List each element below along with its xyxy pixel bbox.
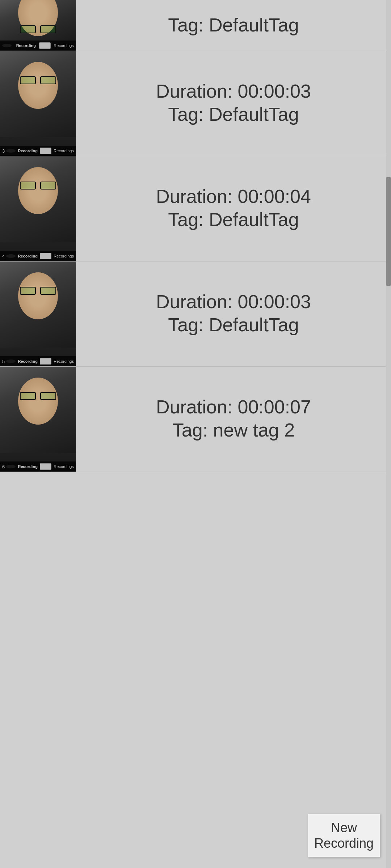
mustache-icon [6,465,16,468]
thumbnail[interactable]: 5 Recording Recordings [0,261,76,366]
play-button[interactable] [40,253,51,259]
play-button[interactable] [40,148,51,154]
duration-label: Duration: 00:00:07 [156,396,311,418]
thumbnail-bar: Recording Recordings [0,41,76,51]
list-item[interactable]: 4 Recording Recordings Duration: 00:00:0… [0,156,391,261]
thumbnail[interactable]: 4 Recording Recordings [0,156,76,261]
bar-number: 5 [2,359,5,364]
duration-label: Duration: 00:00:03 [156,80,311,102]
mustache-icon [6,149,16,153]
bar-number: 4 [2,254,5,259]
new-recording-button[interactable]: New Recording [308,814,380,857]
scrollbar-thumb[interactable] [386,177,391,286]
recording-info: Tag: DefaultTag [76,0,391,51]
recordings-list: Recording Recordings Tag: DefaultTag 3 [0,0,391,544]
recording-label: Recording [18,359,37,363]
thumbnail[interactable]: Recording Recordings [0,0,76,51]
thumbnail-bar: 5 Recording Recordings [0,356,76,366]
recording-label: Recording [18,149,37,153]
new-recording-label: New Recording [312,820,376,851]
scrollbar[interactable] [386,0,391,868]
duration-label: Duration: 00:00:04 [156,185,311,208]
recording-info: Duration: 00:00:03 Tag: DefaultTag [76,261,391,366]
thumbnail-bar: 3 Recording Recordings [0,146,76,156]
tag-label: Tag: DefaultTag [168,208,299,232]
recording-info: Duration: 00:00:07 Tag: new tag 2 [76,367,391,472]
recordings-label: Recordings [54,149,74,153]
list-item[interactable]: 6 Recording Recordings Duration: 00:00:0… [0,367,391,472]
bar-number: 6 [2,464,5,469]
bar-number: 3 [2,148,5,154]
recordings-label: Recordings [54,43,74,48]
tag-label: Tag: DefaultTag [168,313,299,337]
recordings-label: Recordings [54,464,74,469]
play-button[interactable] [39,42,51,49]
tag-label: Tag: new tag 2 [172,418,295,443]
tag-label: Tag: DefaultTag [168,13,299,38]
thumbnail-bar: 4 Recording Recordings [0,251,76,261]
recording-info: Duration: 00:00:03 Tag: DefaultTag [76,51,391,156]
recordings-label: Recordings [54,254,74,258]
mustache-icon [6,359,16,363]
mustache-icon [6,254,16,258]
list-item[interactable]: 3 Recording Recordings Duration: 00:00:0… [0,51,391,156]
thumbnail-bar: 6 Recording Recordings [0,461,76,472]
play-button[interactable] [40,358,51,365]
recordings-label: Recordings [54,359,74,363]
mustache-icon [2,44,12,47]
recording-label: Recording [16,43,36,48]
recording-info: Duration: 00:00:04 Tag: DefaultTag [76,156,391,261]
thumbnail[interactable]: 6 Recording Recordings [0,367,76,472]
thumbnail[interactable]: 3 Recording Recordings [0,51,76,156]
play-button[interactable] [40,463,51,470]
list-item[interactable]: Recording Recordings Tag: DefaultTag [0,0,391,51]
list-item[interactable]: 5 Recording Recordings Duration: 00:00:0… [0,261,391,367]
recording-label: Recording [18,464,37,469]
tag-label: Tag: DefaultTag [168,102,299,127]
recording-label: Recording [18,254,37,258]
duration-label: Duration: 00:00:03 [156,290,311,313]
